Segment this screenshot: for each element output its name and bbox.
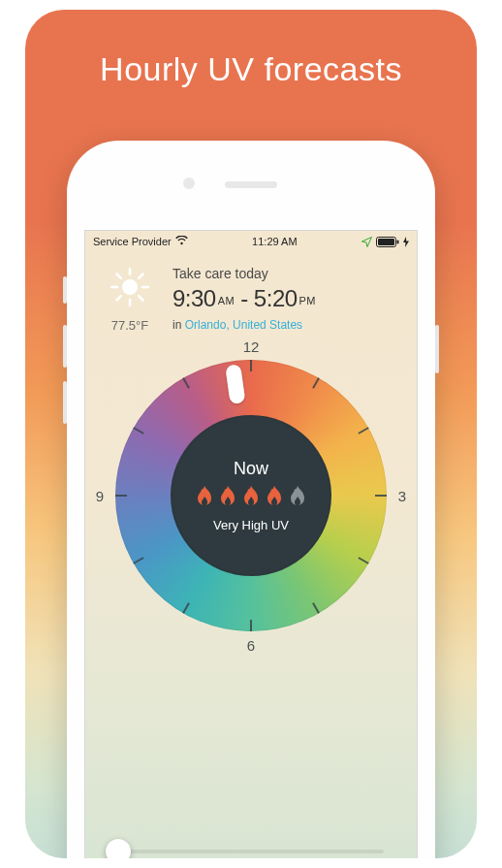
svg-point-3 [122,279,138,295]
time-end-ampm: PM [299,295,316,306]
clock-tick [182,602,190,613]
promo-card: Hourly UV forecasts Service Provider [25,10,477,858]
svg-line-11 [139,274,142,278]
flame-icon [264,485,285,510]
clock-tick [133,427,143,434]
uv-clock[interactable]: Now Very High UV 12 3 6 9 [115,360,387,631]
status-bar: Service Provider 11:29 AM [85,231,417,252]
svg-line-8 [117,274,121,278]
phone-screen: Service Provider 11:29 AM [84,230,418,858]
promo-title: Hourly UV forecasts [25,50,477,88]
clock-num-3: 3 [392,488,412,504]
time-sep: - [235,285,254,311]
day-slider[interactable]: Today Tomorrow [85,850,417,858]
clock-tick [358,427,368,434]
svg-line-10 [117,296,121,300]
status-left: Service Provider [93,236,188,247]
clock-tick [358,557,368,564]
phone-volume-down [63,381,67,424]
clock-tick [115,495,127,497]
time-range: 9:30AM - 5:20PM [173,285,401,312]
in-label: in [173,318,185,332]
clock-tick [250,620,252,631]
location-icon [361,237,372,247]
care-label: Take care today [173,266,401,281]
charging-icon [403,237,409,247]
status-right [361,237,409,247]
header: 77.5°F Take care today 9:30AM - 5:20PM i… [85,252,417,342]
header-right: Take care today 9:30AM - 5:20PM in Orlan… [173,266,401,333]
svg-rect-1 [378,239,394,245]
wifi-icon [175,236,188,247]
clock-num-9: 9 [90,488,110,504]
phone-mute-switch [63,276,67,304]
time-start: 9:30 [173,285,216,311]
phone-device: Service Provider 11:29 AM [67,141,435,858]
uv-level-label: Very High UV [213,518,289,532]
carrier-label: Service Provider [93,236,172,247]
promo-frame: Hourly UV forecasts Service Provider [0,0,502,868]
clock-tick [312,377,320,388]
clock-tick [133,557,143,564]
svg-line-9 [139,296,142,300]
phone-camera [183,177,195,189]
clock-tick [312,602,320,613]
phone-power-button [435,325,439,373]
flame-icon [240,485,262,510]
clock-num-6: 6 [241,637,261,654]
phone-speaker [225,181,277,188]
sun-icon [109,266,151,308]
flame-icon [194,485,215,510]
clock-center: Now Very High UV [171,415,331,576]
clock-tick [250,360,252,371]
time-start-ampm: AM [218,295,235,306]
flame-icon [217,485,238,510]
battery-icon [376,237,399,247]
header-left: 77.5°F [101,266,159,333]
temperature: 77.5°F [101,318,159,333]
status-time: 11:29 AM [252,236,297,247]
clock-num-12: 12 [241,338,261,355]
slider-thumb[interactable] [106,839,131,858]
phone-volume-up [63,325,67,368]
slider-track[interactable] [118,850,384,853]
clock-tick [375,495,387,497]
time-end: 5:20 [254,285,298,311]
uv-flames [194,485,308,510]
flame-icon [287,485,308,510]
svg-rect-2 [397,240,399,243]
now-label: Now [234,459,268,479]
location-link[interactable]: Orlando, United States [185,318,302,332]
clock-tick [182,377,190,388]
location-line: in Orlando, United States [173,318,401,332]
